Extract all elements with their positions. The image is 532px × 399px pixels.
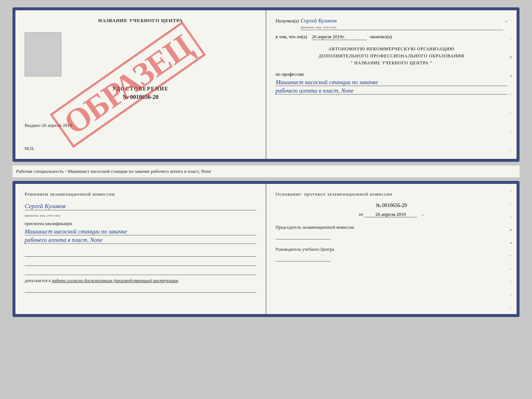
poluchil-label: Получил(a)	[276, 18, 299, 24]
profession-line2: рабочего агента в пласт, None	[276, 88, 507, 95]
photo-placeholder	[25, 32, 61, 76]
bottom-document: Решением экзаменационной комиссии Сергей…	[12, 181, 520, 317]
udostoverenie-block: УДОСТОВЕРЕНИЕ № 0010656-20	[25, 86, 256, 100]
vydano-label: Выдано	[25, 122, 40, 128]
page-separator: Рабочая специальность - Машинист насосно…	[12, 165, 520, 177]
org-line1: АВТОНОМНУЮ НЕКОММЕРЧЕСКУЮ ОРГАНИЗАЦИЮ	[276, 46, 507, 53]
poluchil-line: Получил(a) Сергей Кулаков (фамилия, имя,…	[276, 18, 507, 30]
top-document: НАЗВАНИЕ УЧЕБНОГО ЦЕНТРА ОБРАЗЕЦ УДОСТОВ…	[12, 7, 520, 162]
osnov-title: Основание: протокол экзаменационной коми…	[276, 191, 507, 197]
rukovoditel-title: Руководитель учебного Центра	[276, 247, 507, 252]
org-line2: ДОПОЛНИТЕЛЬНОГО ПРОФЕССИОНАЛЬНОГО ОБРАЗО…	[276, 53, 507, 60]
dopuskaetsya-italic: работе согласно должностным (производств…	[52, 278, 178, 283]
protocol-num: № 0010656-20	[276, 203, 507, 209]
familiya-hint: (фамилия, имя, отчество)	[301, 25, 336, 29]
vydano-line: Выдано 26 апреля 2019	[25, 122, 256, 128]
bottom-doc-right: Основание: протокол экзаменационной коми…	[266, 184, 517, 314]
ot-label: от	[359, 211, 363, 217]
separator-text: Рабочая специальность - Машинист насосно…	[16, 168, 211, 174]
name-block: Сергей Кулаков (фамилия, имя, отчество)	[25, 203, 256, 218]
bottom-line-1	[25, 249, 256, 257]
bottom-right-dashes: – – – и а ← – – – –	[508, 184, 514, 314]
vydano-date: 26 апреля 2019	[42, 122, 72, 128]
profession-line1: Машинист насосной станции по закачке	[276, 79, 507, 86]
rukovoditel-podpis-line	[276, 254, 331, 261]
org-block: АВТОНОМНУЮ НЕКОММЕРЧЕСКУЮ ОРГАНИЗАЦИЮ ДО…	[276, 46, 507, 67]
right-dashes: – – и а ← – – –	[508, 10, 514, 159]
dopuskaetsya-prefix: допускается к	[25, 278, 51, 283]
udostoverenie-num: № 0010656-20	[25, 94, 256, 100]
top-doc-right: Получил(a) Сергей Кулаков (фамилия, имя,…	[266, 10, 517, 159]
name-cursive: Сергей Кулаков	[25, 203, 256, 210]
bottom-doc-left: Решением экзаменационной комиссии Сергей…	[15, 184, 266, 314]
profession-block: по профессии Машинист насосной станции п…	[276, 71, 507, 95]
bottom-lines	[25, 249, 256, 275]
predsedatel-podpis-line	[276, 232, 331, 239]
poluchil-name-field: Сергей Кулаков (фамилия, имя, отчество)	[301, 18, 503, 30]
vtom-date: 26 апреля 2019г.	[312, 34, 367, 40]
qualification-line2: рабочего агента в пласт, None	[25, 237, 256, 244]
mp-line: М.П.	[25, 146, 35, 152]
obrazec-watermark: ОБРАЗЕЦ	[50, 21, 206, 148]
okonchil-label: окончил(а)	[370, 34, 392, 40]
top-doc-left: НАЗВАНИЕ УЧЕБНОГО ЦЕНТРА ОБРАЗЕЦ УДОСТОВ…	[15, 10, 266, 159]
dopuskaetsya-block: допускается к работе согласно должностны…	[25, 278, 256, 284]
predsedatel-title: Председатель экзаменационной комиссии	[276, 225, 507, 230]
po-professii-label: по профессии	[276, 71, 507, 77]
bottom-familiya-hint: (фамилия, имя, отчество)	[25, 214, 60, 217]
predsedatel-block: Председатель экзаменационной комиссии	[276, 225, 507, 239]
poluchil-name: Сергей Кулаков	[301, 18, 337, 24]
org-line3: " НАЗВАНИЕ УЧЕБНОГО ЦЕНТРА "	[276, 60, 507, 67]
ot-date: 26 апреля 2019	[364, 211, 417, 217]
bottom-line-2	[25, 259, 256, 266]
resheniem-title: Решением экзаменационной комиссии	[25, 191, 256, 197]
vtom-label: в том, что он(а)	[276, 34, 307, 40]
protocol-date: от 26 апреля 2019 –	[276, 211, 507, 217]
prisvoena-label: присвоена квалификация	[25, 221, 256, 227]
udostoverenie-label: УДОСТОВЕРЕНИЕ	[25, 86, 256, 92]
vtom-line: в том, что он(а) 26 апреля 2019г. окончи…	[276, 34, 507, 40]
bottom-line-3	[25, 268, 256, 275]
poluchil-dash: –	[505, 18, 508, 24]
qualification-line1: Машинист насосной станции по закачке	[25, 228, 256, 235]
bottom-line-4	[25, 285, 256, 293]
ot-dash: –	[422, 211, 424, 217]
top-left-center-title: НАЗВАНИЕ УЧЕБНОГО ЦЕНТРА	[25, 18, 256, 24]
rukovoditel-block: Руководитель учебного Центра	[276, 247, 507, 261]
